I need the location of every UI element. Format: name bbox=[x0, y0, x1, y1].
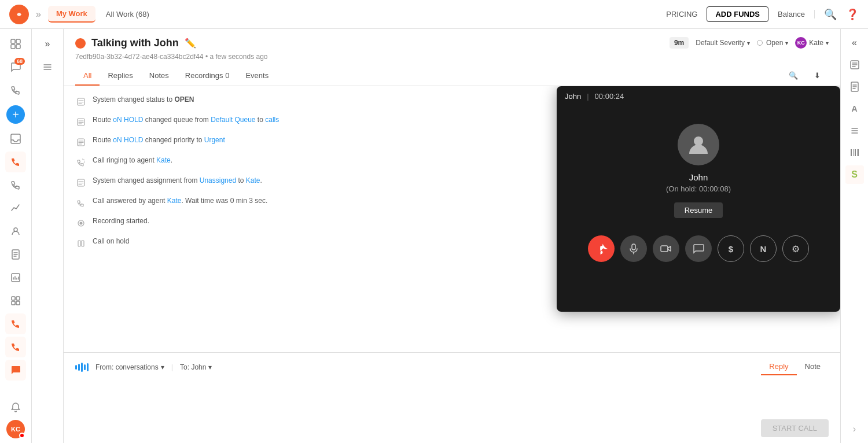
transfer-button[interactable]: $ bbox=[718, 235, 744, 262]
topbar: » My Work All Work (68) PRICING ADD FUND… bbox=[0, 0, 868, 29]
settings-call-button[interactable]: ⚙ bbox=[782, 235, 809, 262]
call-hold-status: (On hold: 00:00:08) bbox=[666, 184, 731, 193]
footer-to-dropdown[interactable]: To: John ▾ bbox=[180, 363, 212, 371]
svg-rect-20 bbox=[82, 241, 84, 246]
sidebar-icon-phone-orange-3[interactable] bbox=[5, 337, 26, 357]
svg-rect-11 bbox=[12, 301, 15, 305]
tab-notes[interactable]: Notes bbox=[141, 67, 177, 86]
end-call-button[interactable] bbox=[588, 235, 615, 262]
barcode-panel-icon[interactable] bbox=[845, 143, 864, 162]
activity-pause-icon bbox=[75, 238, 87, 249]
activity-doc-icon bbox=[75, 96, 87, 108]
list-panel-icon[interactable] bbox=[845, 121, 864, 140]
resume-button[interactable]: Resume bbox=[674, 202, 723, 218]
footer-to-chevron: ▾ bbox=[208, 363, 212, 371]
font-panel-icon[interactable]: A bbox=[845, 99, 864, 118]
assignee-chevron: ▾ bbox=[826, 40, 829, 46]
activity-doc-icon-4 bbox=[75, 177, 87, 189]
sidebar-icon-chat-orange[interactable] bbox=[5, 360, 26, 381]
status-label: Open bbox=[766, 39, 783, 47]
tab-recordings[interactable]: Recordings 0 bbox=[177, 67, 238, 86]
chat-call-button[interactable] bbox=[685, 235, 712, 262]
mute-button[interactable] bbox=[620, 235, 647, 262]
footer-top: From: conversations ▾ | To: John ▾ Reply… bbox=[75, 359, 829, 375]
footer-tab-note[interactable]: Note bbox=[797, 359, 829, 375]
tab-all[interactable]: All bbox=[75, 67, 100, 86]
call-avatar bbox=[678, 124, 719, 165]
edit-title-icon[interactable]: ✏️ bbox=[185, 38, 196, 49]
sidebar-icon-chat[interactable]: 68 bbox=[5, 57, 26, 77]
conv-title-row: Talking with John ✏️ bbox=[75, 37, 268, 49]
conv-id: 7edfb90a-3b32-4d72-ae48-ca334bc2df44 bbox=[75, 53, 204, 61]
topbar-tabs: My Work All Work (68) bbox=[48, 6, 661, 23]
pricing-link[interactable]: PRICING bbox=[666, 10, 697, 19]
expand-right-icon[interactable]: › bbox=[845, 420, 864, 438]
svg-rect-27 bbox=[851, 149, 852, 156]
call-timer: 00:00:24 bbox=[595, 92, 624, 101]
sidebar-icon-team[interactable] bbox=[5, 221, 26, 242]
sidebar-icon-doc[interactable] bbox=[5, 244, 26, 265]
tab-all-work[interactable]: All Work (68) bbox=[98, 6, 157, 22]
activity-doc-icon-2 bbox=[75, 116, 87, 128]
call-contact-name: John bbox=[689, 172, 708, 182]
footer-input-area[interactable] bbox=[75, 380, 829, 415]
call-body: John (On hold: 00:00:08) Resume bbox=[557, 106, 840, 279]
left-sidebar: 68 + bbox=[0, 29, 32, 443]
status-chevron: ▾ bbox=[785, 40, 788, 46]
call-overlay: John | 00:00:24 John (On hold: 00:00:08)… bbox=[557, 86, 840, 312]
sidebar-icon-grid[interactable] bbox=[5, 34, 26, 54]
download-conv-icon[interactable]: ⬇ bbox=[806, 67, 829, 86]
call-controls: $ N ⚙ bbox=[588, 230, 809, 268]
user-avatar[interactable]: KC bbox=[6, 420, 25, 438]
main-layout: 68 + bbox=[0, 29, 868, 443]
footer-tab-reply[interactable]: Reply bbox=[761, 359, 796, 375]
bell-icon[interactable] bbox=[5, 397, 26, 418]
footer-from-chevron: ▾ bbox=[161, 363, 164, 371]
conv-title: Talking with John bbox=[91, 37, 179, 49]
tab-replies[interactable]: Replies bbox=[100, 67, 141, 86]
notes-panel-icon[interactable] bbox=[845, 56, 864, 74]
search-icon[interactable]: 🔍 bbox=[824, 8, 837, 21]
sidebar-icon-phone-orange-1[interactable] bbox=[5, 152, 26, 172]
content-area: Talking with John ✏️ 7edfb90a-3b32-4d72-… bbox=[64, 29, 840, 443]
balance-label: Balance bbox=[778, 10, 815, 19]
severity-dropdown[interactable]: Default Severity ▾ bbox=[696, 39, 750, 47]
add-funds-button[interactable]: ADD FUNDS bbox=[707, 6, 768, 22]
assignee-name: Kate bbox=[809, 39, 823, 47]
status-dropdown[interactable]: Open ▾ bbox=[757, 39, 788, 47]
sidebar-icon-chart[interactable] bbox=[5, 198, 26, 219]
sidebar-icon-phone-1[interactable] bbox=[5, 80, 26, 101]
sidebar-icon-report[interactable] bbox=[5, 267, 26, 288]
tab-my-work[interactable]: My Work bbox=[48, 6, 95, 23]
second-sidebar-expand[interactable]: » bbox=[37, 34, 58, 54]
add-button[interactable]: + bbox=[6, 105, 25, 124]
collapse-panel-icon[interactable]: « bbox=[845, 34, 864, 52]
assignee-dropdown[interactable]: KC Kate ▾ bbox=[795, 37, 829, 49]
shopify-panel-icon[interactable]: S bbox=[845, 165, 864, 184]
numpad-button[interactable]: N bbox=[750, 235, 777, 262]
sidebar-icon-phone-2[interactable] bbox=[5, 175, 26, 195]
svg-point-6 bbox=[14, 228, 17, 231]
title-row-wrap: Talking with John ✏️ 7edfb90a-3b32-4d72-… bbox=[75, 37, 829, 67]
svg-rect-9 bbox=[12, 297, 15, 300]
right-panel: « A S › bbox=[840, 29, 868, 443]
search-conv-icon[interactable]: 🔍 bbox=[781, 67, 806, 86]
second-sidebar-nav[interactable] bbox=[37, 57, 58, 77]
svg-rect-24 bbox=[661, 246, 668, 252]
doc-panel-icon[interactable] bbox=[845, 77, 864, 96]
sidebar-icon-grid-2[interactable] bbox=[5, 290, 26, 311]
tab-events[interactable]: Events bbox=[237, 67, 277, 86]
video-button[interactable] bbox=[653, 235, 679, 262]
svg-rect-19 bbox=[78, 241, 80, 246]
sidebar-icon-phone-orange-2[interactable] bbox=[5, 313, 26, 334]
sidebar-icon-inbox[interactable] bbox=[5, 128, 26, 149]
conv-tabs: All Replies Notes Recordings 0 Events 🔍 … bbox=[75, 67, 829, 86]
help-icon[interactable]: ❓ bbox=[846, 8, 859, 21]
conv-meta: 7edfb90a-3b32-4d72-ae48-ca334bc2df44 • a… bbox=[75, 53, 268, 61]
footer-from-dropdown[interactable]: From: conversations ▾ bbox=[95, 363, 164, 371]
title-left: Talking with John ✏️ 7edfb90a-3b32-4d72-… bbox=[75, 37, 268, 67]
topbar-expand-icon[interactable]: » bbox=[34, 7, 43, 22]
svg-rect-3 bbox=[11, 45, 15, 49]
start-call-button[interactable]: START CALL bbox=[761, 419, 829, 437]
call-caller-name: John bbox=[565, 92, 581, 101]
